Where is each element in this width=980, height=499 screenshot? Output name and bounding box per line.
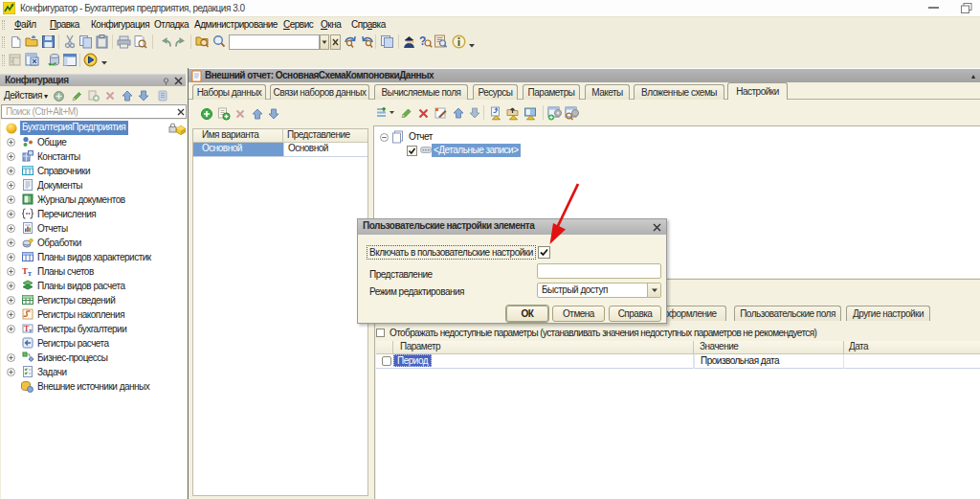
svg-text:?: ?: [419, 34, 426, 48]
svg-text:т: т: [28, 269, 32, 278]
